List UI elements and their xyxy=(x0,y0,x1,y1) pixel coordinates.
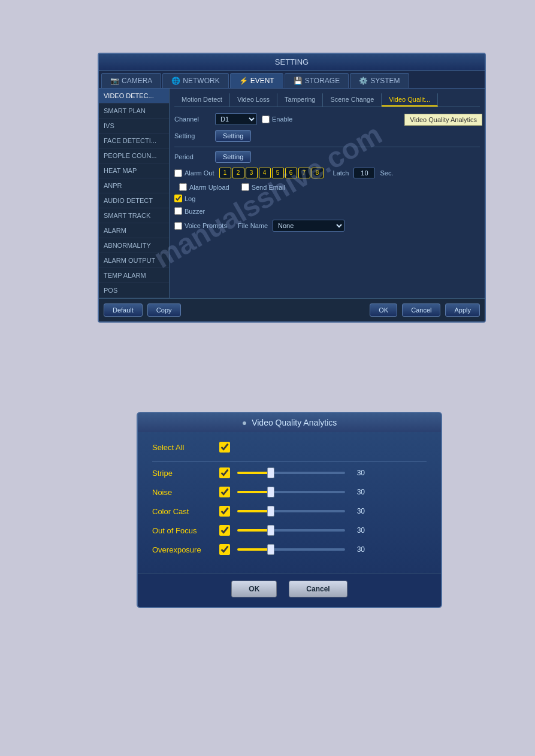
vqa-ok-button[interactable]: OK xyxy=(231,581,277,597)
vqa-stripe-slider[interactable] xyxy=(237,472,345,474)
buzzer-checkbox[interactable] xyxy=(174,207,182,215)
vqa-stripe-label: Stripe xyxy=(152,469,212,478)
vqa-noise-slider-container: 30 xyxy=(237,488,427,496)
period-setting-button[interactable]: Setting xyxy=(215,151,251,163)
vqa-overexposure-slider[interactable] xyxy=(237,548,345,551)
sidebar-item-temp-alarm[interactable]: TEMP ALARM xyxy=(99,268,169,283)
setting-row: Setting Setting xyxy=(174,130,480,142)
bottom-left-buttons: Default Copy xyxy=(104,303,181,317)
setting-titlebar: SETTING xyxy=(99,54,485,71)
setting-button[interactable]: Setting xyxy=(215,130,251,142)
tab-camera[interactable]: 📷 CAMERA xyxy=(101,73,161,88)
default-button[interactable]: Default xyxy=(104,303,143,317)
vqa-color-cast-slider[interactable] xyxy=(237,510,345,512)
sec-label: Sec. xyxy=(380,169,393,177)
vqa-cancel-button[interactable]: Cancel xyxy=(289,581,347,597)
alarm-btn-5[interactable]: 5 xyxy=(272,168,284,178)
vqa-color-cast-checkbox[interactable] xyxy=(219,506,230,517)
sub-tab-video-quality[interactable]: Video Qualit... xyxy=(382,93,438,107)
setting-window: SETTING 📷 CAMERA 🌐 NETWORK ⚡ EVENT 💾 STO… xyxy=(98,53,486,323)
tab-camera-label: CAMERA xyxy=(122,77,152,85)
sidebar-item-people-count[interactable]: PEOPLE COUN... xyxy=(99,148,169,163)
alarm-out-checkbox[interactable] xyxy=(174,169,182,177)
sub-tabs: Motion Detect Video Loss Tampering Scene… xyxy=(174,93,480,107)
cancel-button[interactable]: Cancel xyxy=(402,303,440,317)
send-email-checkbox[interactable] xyxy=(241,183,249,191)
sidebar-item-people-count-label: PEOPLE COUN... xyxy=(104,152,157,159)
vqa-noise-slider[interactable] xyxy=(237,491,345,493)
vqa-noise-checkbox[interactable] xyxy=(219,487,230,497)
vqa-noise-label: Noise xyxy=(152,488,212,497)
vqa-color-cast-value: 30 xyxy=(350,507,365,515)
apply-button[interactable]: Apply xyxy=(445,303,480,317)
sidebar-item-face-detect[interactable]: FACE DETECTI... xyxy=(99,133,169,148)
channel-select[interactable]: D1 xyxy=(215,113,257,125)
vqa-noise-row: Noise 30 xyxy=(152,487,427,497)
file-name-select[interactable]: None xyxy=(273,220,344,232)
sidebar-item-ivs[interactable]: IVS xyxy=(99,119,169,133)
vqa-color-cast-row: Color Cast 30 xyxy=(152,506,427,517)
sidebar-item-smart-plan[interactable]: SMART PLAN xyxy=(99,104,169,119)
vqa-overexposure-checkbox[interactable] xyxy=(219,544,230,555)
tab-storage[interactable]: 💾 STORAGE xyxy=(285,73,349,88)
sidebar-item-smart-plan-label: SMART PLAN xyxy=(104,107,146,114)
tab-system[interactable]: ⚙️ SYSTEM xyxy=(350,73,409,88)
vqa-out-of-focus-slider[interactable] xyxy=(237,529,345,532)
enable-checkbox[interactable] xyxy=(262,116,270,123)
vqa-noise-value: 30 xyxy=(350,488,365,496)
sidebar-item-video-detect[interactable]: VIDEO DETEC... xyxy=(99,89,169,104)
sidebar-item-smart-track[interactable]: SMART TRACK xyxy=(99,208,169,223)
sub-tab-motion-detect[interactable]: Motion Detect xyxy=(174,93,230,107)
copy-button[interactable]: Copy xyxy=(147,303,181,317)
network-icon: 🌐 xyxy=(171,77,180,85)
sidebar-item-alarm-output-label: ALARM OUTPUT xyxy=(104,257,155,264)
sidebar-item-audio-detect-label: AUDIO DETECT xyxy=(104,197,153,204)
alarm-btn-6[interactable]: 6 xyxy=(285,168,297,178)
tab-storage-label: STORAGE xyxy=(305,77,340,85)
vqa-titlebar: ● Video Quality Analytics xyxy=(138,413,441,432)
sidebar-item-abnormality[interactable]: ABNORMALITY xyxy=(99,238,169,253)
sidebar-item-alarm-output[interactable]: ALARM OUTPUT xyxy=(99,253,169,268)
ok-button[interactable]: OK xyxy=(370,303,397,317)
sidebar-item-heat-map-label: HEAT MAP xyxy=(104,167,137,174)
alarm-btn-2[interactable]: 2 xyxy=(232,168,244,178)
sidebar-item-anpr-label: ANPR xyxy=(104,182,122,189)
tab-event-label: EVENT xyxy=(250,77,274,85)
sidebar-item-heat-map[interactable]: HEAT MAP xyxy=(99,163,169,178)
voice-prompts-checkbox[interactable] xyxy=(174,222,182,230)
latch-input[interactable] xyxy=(353,168,375,178)
vqa-overexposure-slider-container: 30 xyxy=(237,545,427,554)
sidebar-item-temp-alarm-label: TEMP ALARM xyxy=(104,272,146,279)
vqa-select-all-checkbox[interactable] xyxy=(219,442,230,453)
vqa-stripe-slider-container: 30 xyxy=(237,469,427,477)
tab-event[interactable]: ⚡ EVENT xyxy=(230,73,283,88)
sub-tab-scene-change[interactable]: Scene Change xyxy=(323,93,382,107)
alarm-upload-checkbox[interactable] xyxy=(179,183,187,191)
tab-network[interactable]: 🌐 NETWORK xyxy=(162,73,228,88)
setting-title: SETTING xyxy=(275,57,309,66)
vqa-stripe-checkbox[interactable] xyxy=(219,467,230,478)
log-checkbox[interactable] xyxy=(174,195,182,202)
sidebar-item-pos[interactable]: POS xyxy=(99,283,169,298)
event-icon: ⚡ xyxy=(239,77,248,85)
alarm-btn-1[interactable]: 1 xyxy=(219,168,231,178)
voice-prompts-row: Voice Prompts File Name None xyxy=(174,220,480,232)
sidebar-item-alarm[interactable]: ALARM xyxy=(99,223,169,238)
main-panel: Video Quality Analytics Motion Detect Vi… xyxy=(170,89,485,298)
alarm-btn-8[interactable]: 8 xyxy=(312,168,324,178)
vqa-out-of-focus-checkbox[interactable] xyxy=(219,525,230,536)
alarm-btn-4[interactable]: 4 xyxy=(259,168,271,178)
alarm-btn-7[interactable]: 7 xyxy=(298,168,310,178)
sub-tab-tampering[interactable]: Tampering xyxy=(277,93,323,107)
camera-icon: 📷 xyxy=(110,77,119,85)
vqa-color-cast-slider-container: 30 xyxy=(237,507,427,515)
alarm-btn-3[interactable]: 3 xyxy=(246,168,258,178)
sidebar-item-anpr[interactable]: ANPR xyxy=(99,178,169,193)
sub-tab-video-loss[interactable]: Video Loss xyxy=(230,93,277,107)
tab-network-label: NETWORK xyxy=(183,77,219,85)
sidebar-item-pos-label: POS xyxy=(104,287,117,294)
vqa-stripe-value: 30 xyxy=(350,469,365,477)
period-row: Period Setting xyxy=(174,151,480,163)
sidebar-item-audio-detect[interactable]: AUDIO DETECT xyxy=(99,193,169,208)
alarm-upload-checkbox-label: Alarm Upload xyxy=(179,183,229,191)
